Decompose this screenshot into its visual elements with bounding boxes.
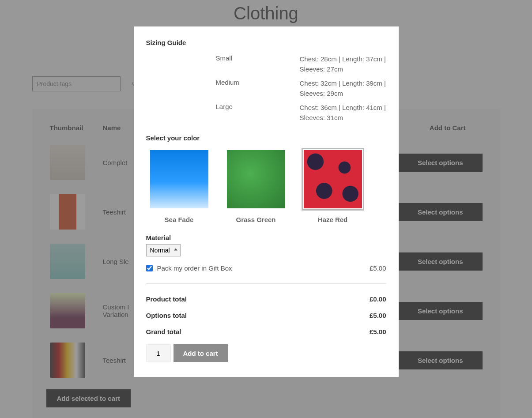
product-total-label: Product total	[146, 295, 187, 303]
sizing-row: Small Chest: 28cm | Length: 37cm | Sleev…	[146, 54, 386, 74]
modal-overlay[interactable]: Sizing Guide Small Chest: 28cm | Length:…	[0, 0, 532, 418]
swatch-label: Haze Red	[300, 216, 366, 223]
sizing-row: Large Chest: 36cm | Length: 41cm | Sleev…	[146, 103, 386, 123]
material-label: Material	[146, 234, 386, 241]
add-to-cart-row: Add to cart	[146, 344, 386, 362]
color-swatch-sea-fade[interactable]: Sea Fade	[146, 148, 212, 223]
size-label: Medium	[216, 79, 300, 98]
grand-total-label: Grand total	[146, 328, 181, 335]
color-swatch-row: Sea Fade Grass Green Haze Red	[146, 148, 386, 223]
size-label: Large	[216, 103, 300, 123]
swatch-label: Grass Green	[223, 216, 289, 223]
add-to-cart-button[interactable]: Add to cart	[174, 344, 228, 362]
select-color-label: Select your color	[146, 134, 386, 142]
giftbox-row: Pack my order in Gift Box £5.00	[146, 264, 386, 284]
swatch-image	[304, 150, 362, 208]
giftbox-checkbox[interactable]	[146, 265, 153, 271]
options-total-label: Options total	[146, 312, 187, 319]
size-detail: Chest: 28cm | Length: 37cm | Sleeves: 27…	[300, 54, 386, 74]
size-label: Small	[216, 54, 300, 74]
swatch-label: Sea Fade	[146, 216, 212, 223]
giftbox-option[interactable]: Pack my order in Gift Box	[146, 264, 232, 272]
swatch-image	[227, 150, 285, 208]
dropdown-caret-icon	[174, 249, 177, 251]
size-detail: Chest: 36cm | Length: 41cm | Sleeves: 31…	[300, 103, 386, 123]
size-detail: Chest: 32cm | Length: 39cm | Sleeves: 29…	[300, 79, 386, 98]
product-options-modal: Sizing Guide Small Chest: 28cm | Length:…	[134, 26, 399, 377]
options-total-value: £5.00	[370, 312, 386, 319]
sizing-guide-title: Sizing Guide	[146, 39, 386, 46]
color-swatch-haze-red[interactable]: Haze Red	[300, 148, 366, 223]
color-swatch-grass-green[interactable]: Grass Green	[223, 148, 289, 223]
product-total-value: £0.00	[370, 295, 386, 303]
totals-section: Product total £0.00 Options total £5.00 …	[146, 295, 386, 335]
quantity-input[interactable]	[146, 344, 171, 362]
giftbox-price: £5.00	[370, 264, 386, 272]
grand-total-value: £5.00	[370, 328, 386, 335]
swatch-image	[150, 150, 208, 208]
giftbox-label: Pack my order in Gift Box	[157, 264, 232, 272]
sizing-row: Medium Chest: 32cm | Length: 39cm | Slee…	[146, 79, 386, 98]
